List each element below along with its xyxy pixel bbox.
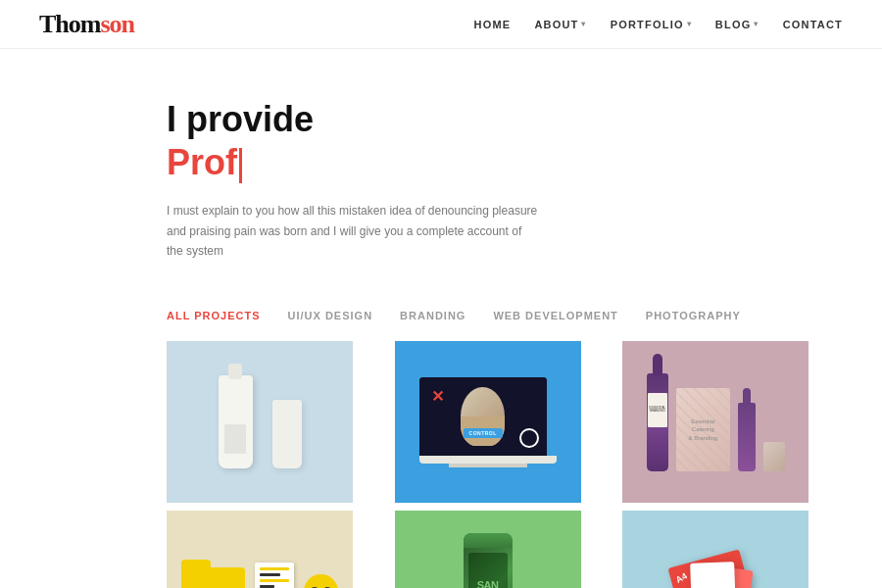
filter-uiux[interactable]: UI/UX DESIGN [288, 310, 373, 321]
brand-mask [304, 574, 338, 588]
soda-can-wrapper: SANKUP SODA [464, 533, 513, 588]
wine-bottle-small [738, 403, 756, 471]
logo-accent: son [100, 10, 134, 38]
site-logo[interactable]: Thomson [39, 10, 134, 39]
filter-web-development[interactable]: WEB DEVELOPMENT [493, 310, 617, 321]
brand-folder [181, 567, 245, 588]
filter-photography[interactable]: PHOTOGRAPHY [646, 310, 741, 321]
cursor [239, 148, 242, 183]
hero-section: I provide Prof I must explain to you how… [0, 49, 882, 280]
chevron-down-icon: ▾ [687, 20, 692, 28]
laptop-screen: ✕ CONTROL [419, 377, 547, 456]
skincare-bottles [219, 375, 302, 468]
bottle-tube [272, 400, 302, 468]
branding-items [181, 563, 338, 588]
nav-portfolio[interactable]: PORTFOLIO ▾ [611, 19, 692, 30]
portfolio-item-soda-can[interactable]: SANKUP SODA [395, 511, 581, 588]
paper-a4-label: A4 [674, 570, 689, 584]
portfolio-item-branding-yellow[interactable] [167, 511, 353, 588]
screen-circle-icon [519, 428, 539, 448]
chevron-down-icon: ▾ [581, 20, 586, 28]
nav-home[interactable]: HOME [474, 19, 512, 30]
laptop-stand [449, 464, 527, 467]
main-nav: HOME ABOUT ▾ PORTFOLIO ▾ BLOG ▾ CONTACT [474, 19, 843, 30]
bottle-pump [219, 375, 253, 468]
screen-x-icon: ✕ [431, 387, 444, 406]
filter-all-projects[interactable]: ALL PROJECTS [167, 310, 261, 321]
filter-branding[interactable]: BRANDING [400, 310, 466, 321]
hero-typed-text: Prof [167, 142, 843, 183]
screen-label: CONTROL [464, 428, 503, 438]
portfolio-item-laptop[interactable]: ✕ CONTROL [395, 341, 581, 503]
hero-description: I must explain to you how all this mista… [167, 201, 539, 261]
laptop-base [419, 456, 557, 464]
portfolio-filter: ALL PROJECTS UI/UX DESIGN BRANDING WEB D… [39, 310, 843, 321]
wine-group: ESSENTIALBRANDING EssentialCatering& Bra… [647, 373, 785, 471]
laptop-mockup: ✕ CONTROL [419, 377, 557, 467]
site-header: Thomson HOME ABOUT ▾ PORTFOLIO ▾ BLOG ▾ … [0, 0, 882, 49]
portfolio-item-wine[interactable]: ESSENTIALBRANDING EssentialCatering& Bra… [622, 341, 808, 503]
can-brand-name: SANKUP [477, 580, 499, 588]
paper-stack: A4 [666, 543, 764, 588]
nav-contact[interactable]: CONTACT [783, 19, 843, 30]
nav-blog[interactable]: BLOG ▾ [715, 19, 760, 30]
soda-can: SANKUP SODA [464, 533, 513, 588]
portfolio-item-paper-cards[interactable]: A4 [622, 511, 808, 588]
brand-card [255, 563, 294, 588]
wine-box: EssentialCatering& Branding [676, 388, 730, 471]
chevron-down-icon: ▾ [754, 20, 759, 28]
wine-small-box [763, 442, 785, 471]
wine-bottle-tall: ESSENTIALBRANDING [647, 373, 668, 471]
portfolio-section: ALL PROJECTS UI/UX DESIGN BRANDING WEB D… [0, 280, 882, 588]
portfolio-grid: ✕ CONTROL ESSENTIALBRANDING [39, 341, 843, 588]
hero-title: I provide [167, 98, 843, 140]
nav-about[interactable]: ABOUT ▾ [534, 19, 586, 30]
portfolio-item-skincare[interactable] [167, 341, 353, 503]
paper-card-white [690, 562, 736, 588]
